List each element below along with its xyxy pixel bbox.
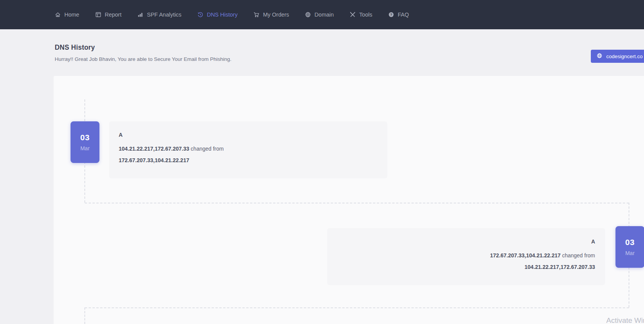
domain-button[interactable]: codesigncert.co <box>591 50 644 63</box>
date-day: 03 <box>625 238 634 247</box>
record-new-value: 104.21.22.217,172.67.207.33 <box>119 146 189 152</box>
question-circle-icon: ? <box>388 12 394 18</box>
domain-button-label: codesigncert.co <box>606 54 643 59</box>
svg-text:?: ? <box>390 13 392 17</box>
date-month: Mar <box>80 145 89 151</box>
timeline-connector-horizontal-1 <box>85 203 629 203</box>
timeline-connector-horizontal-2 <box>85 307 629 308</box>
dns-history-panel: 03 Mar A 104.21.22.217,172.67.207.33 cha… <box>54 76 644 324</box>
date-month: Mar <box>625 250 634 256</box>
record-old-value: 104.21.22.217,172.67.207.33 <box>525 264 595 270</box>
nav-item-home[interactable]: Home <box>55 12 79 18</box>
record-change-text: changed from <box>191 146 224 152</box>
record-change-line: 104.21.22.217,172.67.207.33 changed from… <box>119 143 377 166</box>
top-navbar: Home Report SPF Analytics DNS History My… <box>0 0 644 29</box>
report-icon <box>95 12 101 18</box>
activate-windows-watermark: Activate Windows <box>606 316 644 324</box>
timeline-date-badge: 03 Mar <box>615 226 644 268</box>
date-day: 03 <box>80 133 89 142</box>
record-type: A <box>119 132 377 138</box>
page-title: DNS History <box>55 44 95 52</box>
nav-item-label: Report <box>105 12 122 18</box>
record-change-text: changed from <box>562 252 595 259</box>
nav-item-my-orders[interactable]: My Orders <box>253 12 289 18</box>
bar-chart-icon <box>137 12 143 18</box>
home-icon <box>55 12 61 18</box>
globe-icon <box>597 53 602 60</box>
nav-item-spf-analytics[interactable]: SPF Analytics <box>137 12 181 18</box>
record-change-line: 172.67.207.33,104.21.22.217 changed from… <box>338 250 595 273</box>
nav-item-label: SPF Analytics <box>147 12 181 18</box>
nav-item-label: Tools <box>359 12 372 18</box>
timeline-date-badge: 03 Mar <box>71 121 99 163</box>
globe-icon <box>305 12 311 18</box>
timeline-connector-vertical-3 <box>84 307 85 324</box>
history-icon <box>197 12 203 18</box>
page-subtitle: Hurray!! Great Job Bhavin, You are able … <box>55 56 232 62</box>
record-new-value: 172.67.207.33,104.21.22.217 <box>490 252 561 259</box>
nav-item-label: My Orders <box>263 12 289 18</box>
nav-item-domain[interactable]: Domain <box>305 12 334 18</box>
nav-item-label: Domain <box>314 12 334 18</box>
dns-record-card: A 104.21.22.217,172.67.207.33 changed fr… <box>109 121 387 178</box>
nav-item-report[interactable]: Report <box>95 12 122 18</box>
record-old-value: 172.67.207.33,104.21.22.217 <box>119 157 189 163</box>
nav-item-label: DNS History <box>207 12 238 18</box>
nav-item-dns-history[interactable]: DNS History <box>197 12 238 18</box>
nav-item-label: FAQ <box>398 12 409 18</box>
dns-record-card: A 172.67.207.33,104.21.22.217 changed fr… <box>327 228 605 285</box>
tools-icon <box>350 12 356 18</box>
nav-item-label: Home <box>64 12 79 18</box>
record-type: A <box>338 238 595 245</box>
nav-item-tools[interactable]: Tools <box>350 12 372 18</box>
cart-icon <box>253 12 259 18</box>
nav-item-faq[interactable]: ? FAQ <box>388 12 409 18</box>
